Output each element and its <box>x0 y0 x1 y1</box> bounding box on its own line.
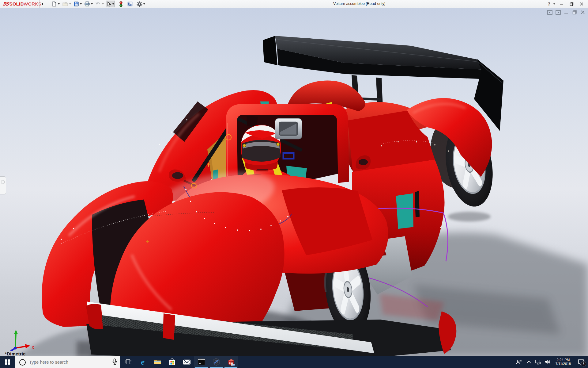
quick-toolbar <box>51 0 147 8</box>
graphics-area[interactable]: x *Dimetric <box>0 8 588 356</box>
pane-expand-right-button[interactable] <box>555 10 561 15</box>
doc-minimize-icon <box>564 10 568 14</box>
new-document-icon <box>51 1 57 7</box>
dropdown-caret <box>58 3 60 5</box>
model-canvas[interactable] <box>0 8 588 356</box>
doc-close-icon <box>581 10 585 14</box>
save-floppy-icon <box>74 1 79 7</box>
side-vent-teal <box>396 193 413 229</box>
dropdown-caret <box>143 3 145 5</box>
doc-minimize-button[interactable] <box>564 10 569 15</box>
dropdown-caret <box>112 3 114 5</box>
people-icon <box>516 359 522 365</box>
axis-z-dot <box>14 347 17 350</box>
window-title: Voiture assomblee [Read-only] <box>333 2 385 6</box>
close-button[interactable] <box>578 1 586 7</box>
doc-close-button[interactable] <box>580 10 586 15</box>
open-document-button[interactable] <box>62 1 72 7</box>
brand-solid: SOLID <box>9 2 24 6</box>
hexagon-app-icon <box>213 358 220 366</box>
doc-restore-icon <box>572 10 577 15</box>
orientation-triad[interactable]: x <box>4 328 38 351</box>
volume-button[interactable] <box>543 356 552 368</box>
doc-restore-button[interactable] <box>572 10 577 15</box>
store-button[interactable] <box>165 356 179 368</box>
mail-icon <box>183 359 191 365</box>
options-button[interactable] <box>136 1 146 7</box>
cortana-icon <box>19 359 26 366</box>
pane-left-icon <box>547 10 552 15</box>
cmd-icon: C:\ <box>198 358 205 365</box>
file-explorer-button[interactable] <box>150 356 165 368</box>
edge-icon: e <box>139 358 147 366</box>
taskbar-apps: e <box>121 356 238 368</box>
help-caret[interactable] <box>553 3 555 5</box>
menu-flyout-button[interactable] <box>40 1 45 7</box>
property-form-button[interactable] <box>126 1 134 7</box>
task-view-button[interactable] <box>121 356 135 368</box>
search-input[interactable] <box>28 356 108 368</box>
app-hexagon-button[interactable] <box>209 356 224 368</box>
minimize-button[interactable] <box>557 1 565 7</box>
document-window-controls <box>547 10 586 15</box>
toolbar-separator <box>39 0 40 8</box>
flyout-arrow-icon <box>42 2 43 6</box>
undo-button[interactable] <box>95 1 104 7</box>
network-icon <box>535 359 541 365</box>
gear-icon <box>137 1 142 7</box>
notification-badge: 3 <box>581 361 586 366</box>
cmd-button[interactable]: C:\ <box>194 356 209 368</box>
system-tray: 2:24 PM 7/11/2018 3 <box>513 356 588 368</box>
chevron-up-icon <box>527 361 531 363</box>
show-hidden-icons-button[interactable] <box>524 356 533 368</box>
brand-works: WORKS <box>24 2 41 6</box>
restore-icon <box>570 2 574 6</box>
task-view-icon <box>125 359 131 365</box>
windows-taskbar: e <box>0 356 588 368</box>
solidworks-window: 3S SOLIDWORKS <box>0 0 588 368</box>
action-center-button[interactable]: 3 <box>574 356 588 368</box>
property-form-icon <box>127 1 133 7</box>
axis-x-arrow <box>25 344 30 348</box>
start-button[interactable] <box>0 356 15 368</box>
network-button[interactable] <box>533 356 543 368</box>
svg-text:2017: 2017 <box>231 364 235 366</box>
dropdown-caret <box>91 3 93 5</box>
solidworks-button[interactable]: SW 2017 <box>224 356 238 368</box>
open-folder-icon <box>62 1 68 7</box>
stoplight-button[interactable] <box>119 1 123 7</box>
restore-button[interactable] <box>567 1 575 7</box>
feature-tree-tab[interactable] <box>0 176 6 194</box>
clock[interactable]: 2:24 PM 7/11/2018 <box>552 358 574 366</box>
tray-time: 2:24 PM <box>552 358 574 362</box>
dropdown-caret <box>80 3 82 5</box>
edge-button[interactable]: e <box>135 356 150 368</box>
windows-logo-icon <box>5 359 10 365</box>
pane-right-icon <box>556 10 561 15</box>
intake-box <box>275 118 302 139</box>
ds-mark: 3S <box>2 1 9 7</box>
solidworks-app-icon: SW 2017 <box>227 358 235 366</box>
select-cursor-icon <box>106 1 111 7</box>
microphone-icon[interactable] <box>112 358 117 365</box>
taskbar-search[interactable] <box>15 356 120 368</box>
axis-y-arrow <box>14 330 18 334</box>
minimize-icon <box>560 2 563 6</box>
undo-icon <box>95 1 101 7</box>
expand-pane-icon <box>1 180 5 184</box>
mail-button[interactable] <box>179 356 194 368</box>
save-button[interactable] <box>73 1 82 7</box>
printer-icon <box>84 1 90 7</box>
help-button[interactable]: ? <box>548 2 550 6</box>
file-explorer-icon <box>154 359 161 365</box>
close-icon <box>580 2 583 6</box>
select-tool-button[interactable] <box>106 1 115 7</box>
speaker-icon <box>545 359 551 364</box>
store-icon <box>169 358 175 366</box>
new-document-button[interactable] <box>51 1 60 7</box>
people-button[interactable] <box>513 356 524 368</box>
dropdown-caret <box>69 3 71 5</box>
solidworks-logo: 3S SOLIDWORKS <box>3 1 41 7</box>
pane-collapse-left-button[interactable] <box>547 10 552 15</box>
print-button[interactable] <box>84 1 93 7</box>
